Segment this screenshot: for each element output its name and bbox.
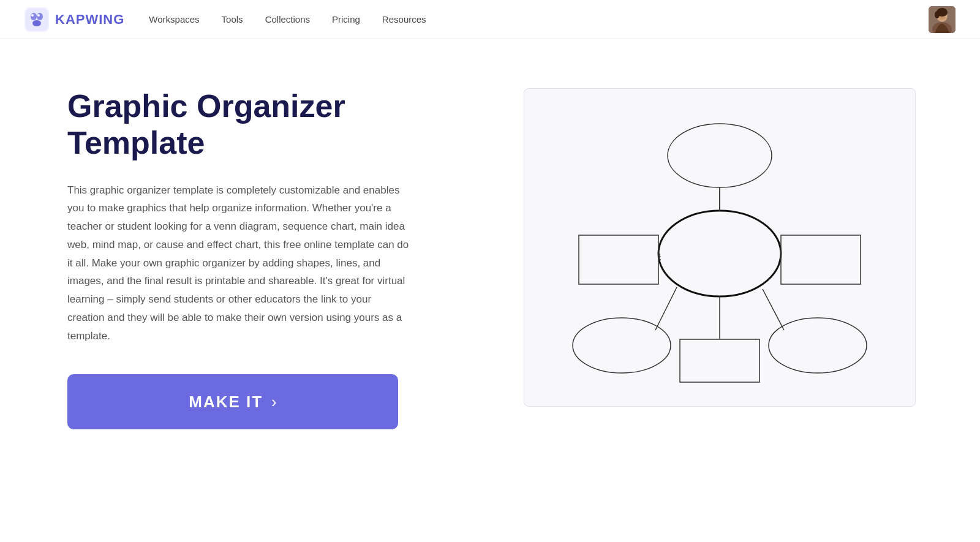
make-it-label: MAKE IT [189, 393, 263, 412]
logo-text: KAPWING [55, 12, 124, 28]
page-title: Graphic Organizer Template [67, 88, 472, 162]
svg-line-40 [763, 289, 784, 330]
nav-workspaces[interactable]: Workspaces [149, 14, 199, 24]
user-avatar[interactable] [929, 6, 956, 33]
svg-point-4 [31, 14, 34, 17]
svg-point-13 [658, 211, 781, 296]
right-panel [508, 88, 931, 407]
svg-point-3 [32, 20, 41, 26]
svg-rect-0 [26, 9, 48, 31]
svg-point-2 [37, 13, 43, 20]
svg-point-33 [769, 318, 867, 373]
make-it-button[interactable]: MAKE IT › [67, 374, 398, 429]
svg-point-5 [37, 14, 40, 17]
svg-line-38 [655, 287, 677, 330]
diagram-preview [524, 88, 916, 407]
main-content: Graphic Organizer Template This graphic … [0, 39, 980, 541]
svg-point-14 [668, 124, 772, 187]
nav-resources[interactable]: Resources [382, 14, 426, 24]
graphic-organizer-svg [542, 100, 897, 394]
nav-pricing[interactable]: Pricing [332, 14, 360, 24]
logo-link[interactable]: KAPWING [24, 7, 124, 32]
svg-rect-31 [781, 235, 861, 284]
nav-tools[interactable]: Tools [222, 14, 243, 24]
svg-point-32 [573, 318, 671, 373]
nav-links: Workspaces Tools Collections Pricing Res… [149, 14, 929, 24]
svg-rect-34 [680, 339, 760, 382]
svg-point-1 [31, 13, 37, 20]
svg-rect-16 [579, 235, 658, 284]
make-it-arrow-icon: › [271, 393, 277, 412]
navbar: KAPWING Workspaces Tools Collections Pri… [0, 0, 980, 39]
page-description: This graphic organizer template is compl… [67, 181, 410, 345]
left-panel: Graphic Organizer Template This graphic … [67, 88, 472, 429]
nav-collections[interactable]: Collections [265, 14, 310, 24]
svg-point-12 [935, 11, 940, 18]
logo-icon [24, 7, 49, 32]
